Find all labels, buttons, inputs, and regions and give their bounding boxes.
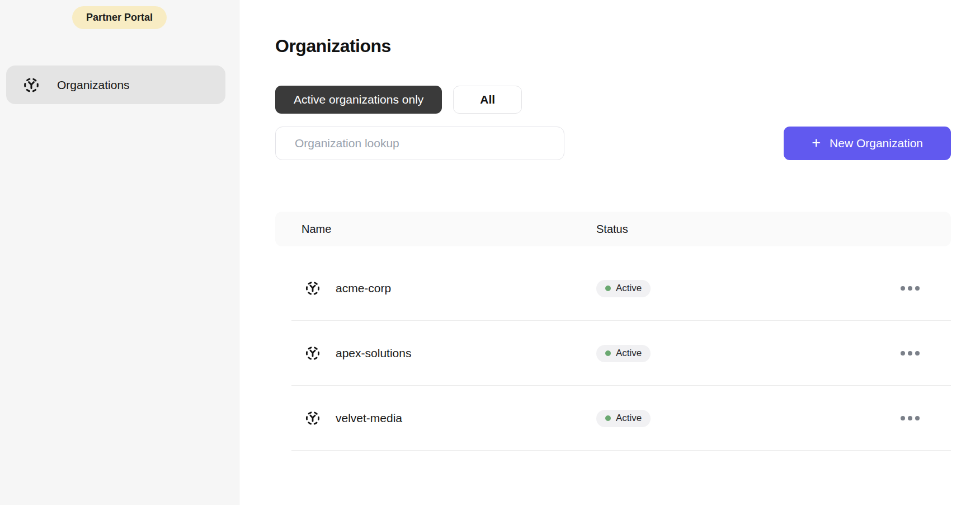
- filter-active-only-button[interactable]: Active organizations only: [275, 86, 442, 114]
- column-header-status: Status: [596, 223, 951, 236]
- row-menu-button[interactable]: [889, 416, 951, 420]
- org-name: apex-solutions: [336, 347, 411, 360]
- filter-toggle-group: Active organizations only All: [275, 86, 951, 114]
- page-title: Organizations: [275, 36, 951, 57]
- active-dot-icon: [605, 415, 611, 421]
- ellipsis-icon: [908, 416, 912, 420]
- main-content: Organizations Active organizations only …: [239, 0, 980, 505]
- ellipsis-icon: [901, 416, 905, 420]
- plus-icon: +: [812, 135, 821, 151]
- organization-icon: [304, 410, 321, 427]
- org-name-cell: apex-solutions: [304, 345, 596, 362]
- sidebar-item-label: Organizations: [57, 78, 130, 92]
- table-row[interactable]: velvet-media Active: [275, 386, 951, 451]
- organization-icon: [304, 280, 321, 297]
- ellipsis-icon: [908, 351, 912, 356]
- ellipsis-icon: [915, 416, 920, 420]
- row-menu-button[interactable]: [889, 286, 951, 291]
- table-header: Name Status: [275, 212, 951, 246]
- org-name: velvet-media: [336, 412, 402, 425]
- org-name-cell: acme-corp: [304, 280, 596, 297]
- org-name-cell: velvet-media: [304, 410, 596, 427]
- ellipsis-icon: [915, 286, 920, 291]
- organization-icon: [22, 76, 40, 94]
- sidebar: Partner Portal Organizations: [0, 0, 239, 505]
- organization-icon: [304, 345, 321, 362]
- status-label: Active: [616, 413, 642, 424]
- ellipsis-icon: [901, 351, 905, 356]
- new-organization-button[interactable]: + New Organization: [784, 127, 951, 160]
- status-badge: Active: [596, 345, 651, 362]
- filter-all-button[interactable]: All: [453, 86, 522, 114]
- sidebar-item-organizations[interactable]: Organizations: [6, 66, 225, 104]
- status-badge: Active: [596, 410, 651, 427]
- table-row[interactable]: apex-solutions Active: [275, 321, 951, 386]
- ellipsis-icon: [915, 351, 920, 356]
- status-badge: Active: [596, 280, 651, 297]
- search-row: + New Organization: [275, 127, 951, 160]
- organizations-table: Name Status acme-corp Active: [275, 212, 951, 451]
- status-label: Active: [616, 283, 642, 294]
- row-menu-button[interactable]: [889, 351, 951, 356]
- new-organization-label: New Organization: [830, 137, 923, 150]
- org-name: acme-corp: [336, 282, 391, 295]
- ellipsis-icon: [901, 286, 905, 291]
- table-row[interactable]: acme-corp Active: [275, 256, 951, 321]
- ellipsis-icon: [908, 286, 912, 291]
- active-dot-icon: [605, 350, 611, 356]
- portal-badge: Partner Portal: [72, 6, 167, 29]
- active-dot-icon: [605, 286, 611, 291]
- column-header-name: Name: [301, 223, 596, 236]
- status-label: Active: [616, 348, 642, 359]
- organization-lookup-input[interactable]: [275, 127, 564, 160]
